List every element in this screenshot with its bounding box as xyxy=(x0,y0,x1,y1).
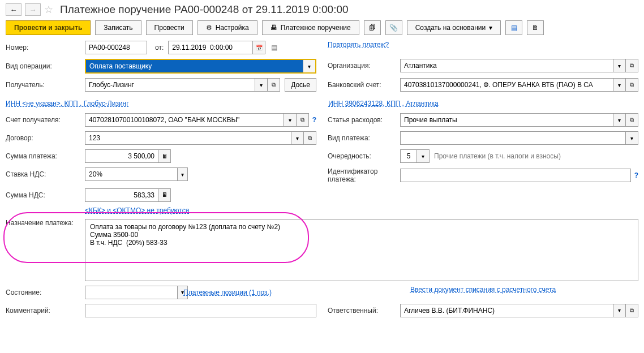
pay-sum-input[interactable] xyxy=(85,149,158,163)
writeoff-link[interactable]: Ввести документ списания с расчетного сч… xyxy=(410,286,556,294)
nav-back-button[interactable]: ← xyxy=(6,3,22,16)
priority-dropdown[interactable]: ▾ xyxy=(417,149,430,163)
responsible-input[interactable] xyxy=(400,304,613,317)
from-label: от: xyxy=(155,44,164,51)
recipient-label: Получатель: xyxy=(6,81,85,89)
inn-left-link[interactable]: ИНН <не указан>, КПП , Глобус-Лизинг xyxy=(6,100,129,107)
vat-sum-label: Сумма НДС: xyxy=(6,191,85,199)
recipient-open[interactable]: ⧉ xyxy=(268,78,280,92)
vat-sum-input[interactable] xyxy=(85,188,158,202)
settings-button[interactable]: ⚙Настройка xyxy=(198,20,257,35)
contract-input[interactable] xyxy=(85,131,291,145)
priority-input[interactable] xyxy=(400,149,417,163)
structure-button[interactable]: 🗎 xyxy=(527,20,544,35)
pay-id-label: Идентификатор платежа: xyxy=(328,167,400,184)
chevron-down-icon: ▾ xyxy=(489,24,492,32)
save-button[interactable]: Записать xyxy=(95,20,141,35)
documents-icon-button[interactable]: 🗐 xyxy=(364,20,381,35)
expense-item-input[interactable] xyxy=(400,113,613,127)
org-input[interactable] xyxy=(400,59,613,72)
page-title: Платежное поручение РА00-000248 от 29.11… xyxy=(60,3,349,16)
state-input[interactable] xyxy=(85,286,178,299)
report-icon: ▤ xyxy=(511,24,517,32)
vat-rate-input[interactable] xyxy=(85,167,178,181)
expense-item-open[interactable]: ⧉ xyxy=(626,113,638,127)
structure-icon: 🗎 xyxy=(532,24,539,32)
recipient-dropdown[interactable]: ▾ xyxy=(255,78,268,92)
responsible-open[interactable]: ⧉ xyxy=(626,304,638,317)
number-label: Номер: xyxy=(6,44,85,51)
pay-kind-dropdown[interactable]: ▾ xyxy=(626,131,638,145)
bank-acc-label: Банковский счет: xyxy=(328,81,400,89)
op-type-label: Вид операции: xyxy=(6,62,85,70)
bank-acc-input[interactable] xyxy=(400,78,613,92)
org-dropdown[interactable]: ▾ xyxy=(613,59,626,72)
comment-label: Комментарий: xyxy=(6,307,85,315)
expense-item-dropdown[interactable]: ▾ xyxy=(613,113,626,127)
expense-item-label: Статья расходов: xyxy=(328,116,400,124)
pay-sum-calc[interactable]: 🖩 xyxy=(158,149,171,163)
pay-sum-label: Сумма платежа: xyxy=(6,152,85,160)
pay-kind-label: Вид платежа: xyxy=(328,134,400,142)
recipient-input[interactable] xyxy=(85,78,255,92)
calculator-icon: 🖩 xyxy=(162,192,168,198)
pay-id-input[interactable] xyxy=(400,169,631,182)
date-input[interactable] xyxy=(168,41,253,54)
contract-label: Договор: xyxy=(6,134,85,142)
printer-icon: 🖶 xyxy=(271,24,277,32)
recip-account-input[interactable] xyxy=(85,113,284,127)
calculator-icon: 🖩 xyxy=(162,153,168,160)
pay-kind-input[interactable] xyxy=(400,131,626,145)
recip-account-help[interactable]: ? xyxy=(312,116,316,124)
kbk-link[interactable]: <КБК> и <ОКТМО> не требуются xyxy=(85,206,189,214)
attach-button[interactable]: 📎 xyxy=(385,20,402,35)
bank-acc-open[interactable]: ⧉ xyxy=(626,78,638,92)
favorite-star-icon[interactable]: ☆ xyxy=(44,5,54,15)
recip-account-open[interactable]: ⧉ xyxy=(297,113,309,127)
vat-rate-label: Ставка НДС: xyxy=(6,170,85,178)
purpose-textarea[interactable] xyxy=(85,219,638,281)
responsible-dropdown[interactable]: ▾ xyxy=(613,304,626,317)
post-button[interactable]: Провести xyxy=(146,20,193,35)
org-label: Организация: xyxy=(328,62,400,70)
repeat-payment-link[interactable]: Повторять платеж? xyxy=(328,41,389,49)
bank-acc-dropdown[interactable]: ▾ xyxy=(613,78,626,92)
documents-icon: 🗐 xyxy=(369,24,376,32)
dossier-button[interactable]: Досье xyxy=(285,78,316,92)
create-based-on-button[interactable]: Создать на основании ▾ xyxy=(407,20,501,35)
recip-account-dropdown[interactable]: ▾ xyxy=(284,113,297,127)
priority-label: Очередность: xyxy=(328,152,400,160)
calendar-icon: 📅 xyxy=(256,45,263,51)
op-type-dropdown[interactable]: ▾ xyxy=(303,60,315,72)
paperclip-icon: 📎 xyxy=(389,24,398,32)
op-type-input[interactable]: Оплата поставщику xyxy=(86,60,303,72)
nav-forward-button[interactable]: → xyxy=(25,3,41,16)
comment-input[interactable] xyxy=(85,304,316,317)
org-open[interactable]: ⧉ xyxy=(626,59,638,72)
calendar-button[interactable]: 📅 xyxy=(253,41,265,54)
vat-rate-dropdown[interactable]: ▾ xyxy=(178,167,188,181)
vat-sum-calc[interactable]: 🖩 xyxy=(158,188,171,202)
contract-dropdown[interactable]: ▾ xyxy=(291,131,304,145)
purpose-label: Назначение платежа: xyxy=(6,219,85,227)
report-button[interactable]: ▤ xyxy=(505,20,522,35)
positions-link[interactable]: Платежные позиции (1 поз.) xyxy=(183,289,272,296)
post-and-close-button[interactable]: Провести и закрыть xyxy=(6,20,91,35)
gear-icon: ⚙ xyxy=(206,24,212,32)
print-payment-button[interactable]: 🖶Платежное поручение xyxy=(262,20,359,35)
contract-open[interactable]: ⧉ xyxy=(304,131,316,145)
list-icon[interactable]: ▤ xyxy=(271,44,277,51)
state-label: Состояние: xyxy=(6,289,85,296)
number-input[interactable] xyxy=(85,41,147,54)
priority-hint: Прочие платежи (в т.ч. налоги и взносы) xyxy=(434,152,561,160)
responsible-label: Ответственный: xyxy=(328,307,400,315)
recip-account-label: Счет получателя: xyxy=(6,116,85,124)
inn-right-link[interactable]: ИНН 3906243128, КПП , Атлантика xyxy=(328,100,638,107)
pay-id-help[interactable]: ? xyxy=(634,171,638,179)
